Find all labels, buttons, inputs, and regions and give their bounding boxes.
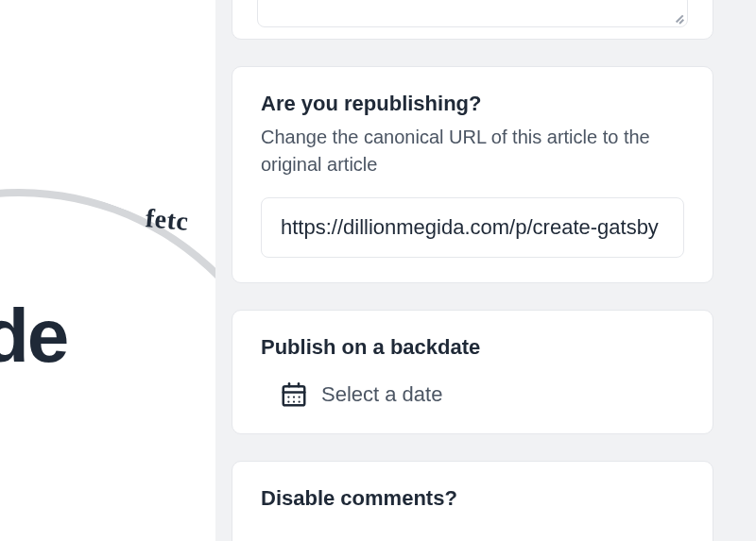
canonical-url-input[interactable]	[261, 197, 684, 258]
select-date-button[interactable]: Select a date	[261, 380, 684, 409]
diagram-label-fetch: fetc	[145, 203, 190, 237]
disable-comments-card: Disable comments?	[232, 461, 713, 541]
settings-column: Are you republishing? Change the canonic…	[232, 0, 742, 541]
svg-point-5	[293, 396, 295, 397]
disable-comments-title: Disable comments?	[261, 486, 684, 511]
resize-handle-icon[interactable]	[672, 11, 683, 23]
previous-card-stub	[232, 0, 713, 40]
republish-subtitle: Change the canonical URL of this article…	[261, 124, 684, 178]
calendar-icon	[280, 380, 308, 409]
svg-point-7	[287, 400, 289, 402]
textarea-field[interactable]	[257, 0, 688, 27]
diagram-text-fragment: de	[0, 293, 67, 380]
svg-point-8	[293, 400, 295, 402]
svg-point-9	[299, 400, 301, 402]
svg-point-4	[287, 396, 289, 397]
preview-panel: fetc de	[0, 0, 215, 541]
republish-title: Are you republishing?	[261, 92, 684, 116]
select-date-label: Select a date	[321, 382, 442, 407]
svg-point-6	[299, 396, 301, 397]
backdate-card: Publish on a backdate Select a date	[232, 310, 713, 434]
backdate-title: Publish on a backdate	[261, 335, 684, 360]
republish-card: Are you republishing? Change the canonic…	[232, 66, 713, 283]
